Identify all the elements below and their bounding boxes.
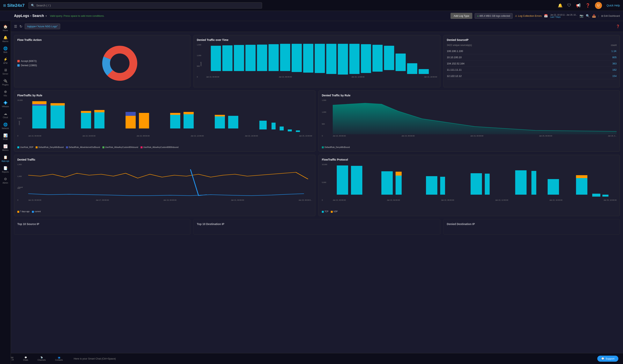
avatar[interactable]: U — [595, 2, 602, 9]
sidebar-item-plugins[interactable]: 🔌 Plugins — [0, 77, 11, 88]
ip-row[interactable]: 100.100.1.100 1.1K — [447, 48, 617, 54]
denied-traffic-time-card: Denied Traffic over Time 1,5001,0005000 … — [194, 35, 440, 87]
sidebar-item-k8s[interactable]: ☸ K8s — [0, 88, 11, 99]
home-icon: 🏠 — [3, 24, 8, 29]
svg-rect-51 — [426, 176, 437, 195]
add-log-type-button[interactable]: Add Log Type — [450, 13, 472, 19]
svg-rect-30 — [94, 110, 105, 112]
log-errors[interactable]: ⚠ Log Collection Errors — [515, 14, 542, 17]
edit-dashboard[interactable]: ⊞ Edit Dashboard — [601, 15, 620, 17]
flow-traffic-rule-area: 10,0005,0000 count — [17, 99, 312, 145]
svg-rect-42 — [272, 123, 276, 129]
svg-rect-39 — [215, 115, 225, 116]
question-icon[interactable]: ❓ — [616, 24, 620, 28]
donut-container: Accept (60672) Denied (13863) — [17, 44, 187, 83]
top-dest-ip-card: Top 10 Destination IP — [194, 219, 440, 235]
y-axis-count-label: Count — [18, 186, 23, 188]
sidebar-item-alarms[interactable]: 🔔 Alarms — [0, 33, 11, 44]
denied-dest-ip-card: Denied Destination IP — [444, 219, 620, 235]
support-button[interactable]: 💬 Support — [597, 356, 618, 362]
svg-rect-10 — [292, 44, 302, 72]
valid-query-msg: Valid query. Press space to add more con… — [50, 14, 105, 17]
channels-icon: 📡 — [41, 356, 43, 359]
speaker-icon[interactable]: 📢 — [576, 3, 581, 8]
x-axis-denied: Jan 15, 00:00:00Jan 17, 00:00:00Jan 19, … — [28, 199, 312, 201]
sub-nav: AppLogs - Search ▾ Valid query. Press sp… — [0, 11, 623, 21]
web-icon: 🌐 — [3, 46, 8, 51]
fullscreen-icon[interactable]: 🔍 — [586, 14, 590, 18]
accept-dot — [17, 60, 20, 62]
svg-rect-27 — [81, 111, 91, 128]
y-axis-label: count — [200, 62, 202, 66]
sidebar-item-web[interactable]: 🌐 Web — [0, 44, 11, 55]
ip-row[interactable]: 104.152.52.164 363 — [447, 61, 617, 67]
y-axis-label-count: count — [18, 121, 20, 125]
svg-rect-14 — [338, 44, 348, 75]
svg-rect-26 — [51, 103, 65, 106]
chart-row-2: FlowTraffic by Rule 10,0005,0000 count — [14, 90, 620, 152]
filter-controls: ❓ — [616, 24, 620, 28]
calendar-icon[interactable]: 📅 — [544, 14, 548, 18]
ip-row[interactable]: 11.111.11.11 162 — [447, 67, 617, 73]
share-icon[interactable]: 📤 — [592, 14, 596, 18]
top-source-ip-title: Top 10 Source IP — [17, 222, 187, 226]
sidebar-item-apm[interactable]: ⚡ APM — [0, 55, 11, 66]
search-bar[interactable]: 🔍 Search ( / ) — [28, 2, 262, 9]
smart-chat-hint: Here is your Smart Chat (Ctrl+Space) — [69, 357, 591, 360]
flow-traffic-rule-title: FlowTraffic by Rule — [17, 94, 312, 97]
svg-rect-37 — [184, 112, 194, 114]
filter-tag[interactable]: logtype="Azure NSG Logs" — [25, 23, 60, 29]
sidebar-item-home[interactable]: 🏠 Home — [0, 22, 11, 33]
sidebar-item-server[interactable]: 🖥 Server — [0, 66, 11, 77]
denied-rule-legend: DefaultRule_DenyAllInBound — [322, 146, 617, 148]
svg-rect-46 — [337, 166, 348, 195]
bottom-nav-chats[interactable]: 💬 Chats — [23, 356, 28, 361]
top-dest-ip-title: Top 10 Destination IP — [197, 222, 437, 226]
sidebar-item-reports[interactable]: 📑 Reports — [0, 164, 11, 175]
chart-row-1: Flow Traffic Action Accept (60672) Denie… — [14, 35, 620, 87]
y-axis: 1,5001,0005000 — [197, 44, 201, 78]
protocol-legend: TCP UDP — [322, 211, 617, 213]
svg-rect-21 — [419, 69, 429, 74]
svg-rect-44 — [288, 129, 292, 131]
shield-icon[interactable]: 🛡 — [567, 3, 571, 8]
sidebar-item-vmware[interactable]: 💠 VMware — [0, 99, 11, 109]
svg-rect-13 — [326, 44, 336, 74]
denied-traffic-rule-area: 1,5001,0005000 Jan 22, 00:00:00Jan 23, 0… — [322, 99, 617, 145]
sidebar-item-cloud[interactable]: ☁ Cloud — [0, 109, 11, 121]
support-icon: 💬 — [601, 357, 604, 360]
ip-table: 100.100.1.100 1.1K 10.10.100.10 805 104.… — [447, 48, 617, 79]
ip-row[interactable]: 10.10.100.10 805 — [447, 54, 617, 61]
sidebar-item-metrics[interactable]: 📈 Metrics — [0, 142, 11, 153]
svg-rect-43 — [280, 127, 284, 130]
ip-row[interactable]: 12.122.12.12 154 — [447, 73, 617, 79]
sidebar-item-applogs[interactable]: 📋 AppLogs — [0, 153, 11, 164]
help-icon[interactable]: ❓ — [585, 3, 590, 8]
notification-icon[interactable]: 🔔 — [558, 3, 563, 8]
sidebar-item-rum[interactable]: 📊 RUM — [0, 131, 11, 142]
admin-icon: ⚙ — [4, 177, 7, 181]
quick-help-button[interactable]: Quick Help — [607, 4, 620, 7]
camera-icon[interactable]: 📷 — [579, 14, 583, 18]
svg-rect-6 — [245, 45, 256, 71]
menu-icon[interactable]: ☰ — [14, 24, 17, 29]
applogs-icon: 📋 — [3, 155, 8, 159]
sidebar-item-admin[interactable]: ⚙ Admin — [0, 175, 11, 186]
sidebar-item-network[interactable]: 🌐 Network — [0, 121, 11, 131]
svg-rect-32 — [126, 112, 136, 116]
refresh-icon[interactable]: ↻ — [20, 24, 22, 29]
nav-icons: 🔔 🛡 📢 ❓ U Quick Help — [558, 2, 620, 9]
bottom-nav-contacts[interactable]: 👥 Contacts — [55, 356, 63, 361]
svg-rect-11 — [303, 44, 313, 73]
dropdown-arrow[interactable]: ▾ — [45, 15, 47, 17]
warning-icon: ⚠ — [515, 14, 517, 17]
denied-traffic-time-title: Denied Traffic over Time — [197, 38, 437, 42]
network-icon: 🌐 — [3, 122, 8, 127]
denied-source-ip-card: Denied SourceIP 3422 unique sourceip(s) … — [444, 35, 620, 87]
alarms-icon: 🔔 — [3, 35, 8, 40]
page-title: AppLogs - Search — [14, 14, 44, 18]
sidebar: 🏠 Home 🔔 Alarms 🌐 Web ⚡ APM 🖥 Server 🔌 P… — [0, 21, 11, 364]
top-nav: ⊞ Site24x7 🔍 Search ( / ) 🔔 🛡 📢 ❓ U Quic… — [0, 0, 623, 11]
bottom-nav-channels[interactable]: 📡 Channels — [38, 356, 46, 361]
svg-rect-25 — [51, 103, 65, 128]
